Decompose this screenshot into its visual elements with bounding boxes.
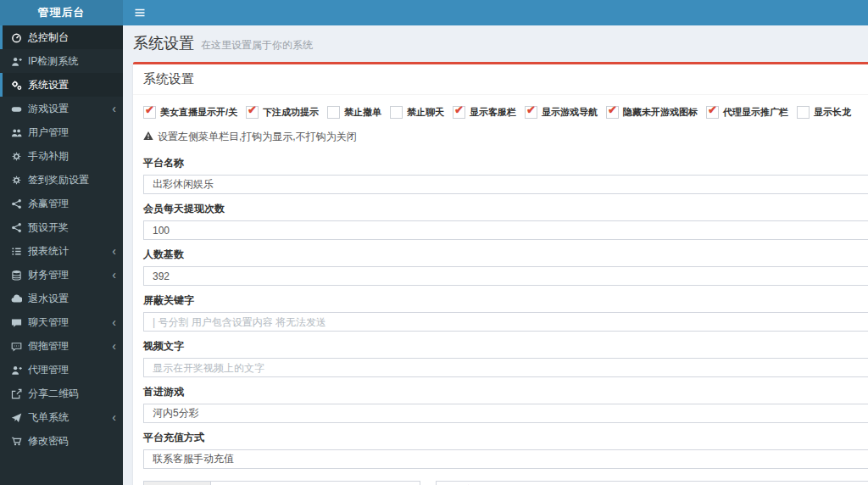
field-label: 平台名称	[143, 156, 868, 170]
toggle-label: 显示游戏导航	[542, 106, 598, 119]
sidebar-item[interactable]: 代理管理	[0, 358, 123, 382]
checkbox-checked[interactable]	[143, 106, 156, 119]
toggle-label: 显示客服栏	[470, 106, 516, 119]
chevron-left-icon: ‹	[112, 411, 116, 423]
database-icon	[10, 269, 22, 281]
toggle-option[interactable]: 下注成功提示	[246, 106, 319, 119]
sidebar-item[interactable]: 总控制台	[0, 25, 123, 49]
sidebar-item[interactable]: IP检测系统	[0, 49, 123, 73]
sidebar-item[interactable]: 财务管理‹	[0, 263, 123, 287]
form-group: 首进游戏	[143, 385, 868, 423]
toggle-label: 显示长龙	[814, 106, 851, 119]
sidebar-item-label: 系统设置	[28, 78, 69, 92]
sidebar-item[interactable]: 杀赢管理	[0, 192, 123, 215]
checkbox-checked[interactable]	[246, 106, 259, 119]
sidebar-item-label: 手动补期	[28, 149, 69, 164]
checkbox[interactable]	[390, 106, 403, 119]
form-group: 屏蔽关键字	[143, 293, 868, 332]
toggle-label: 禁止聊天	[407, 106, 444, 119]
toggle-option[interactable]: 显示客服栏	[453, 106, 516, 119]
main-area: 系统设置 在这里设置属于你的系统 系统设置 美女直播显示开/关下注成功提示禁止撤…	[123, 0, 868, 485]
sidebar-item-label: 假拖管理	[28, 339, 69, 354]
checkbox-checked[interactable]	[606, 106, 619, 119]
checkbox-checked[interactable]	[706, 106, 719, 119]
chevron-left-icon: ‹	[112, 269, 116, 281]
comment-icon	[10, 316, 22, 328]
toggle-option[interactable]: 禁止撤单	[327, 106, 381, 119]
form-group: 人数基数	[143, 248, 868, 286]
toggle-option[interactable]: 美女直播显示开/关	[143, 106, 237, 119]
settings-form: 平台名称会员每天提现次数人数基数屏蔽关键字视频文字首进游戏平台充值方式	[143, 156, 868, 469]
sidebar-item-label: 杀赢管理	[28, 197, 69, 211]
sidebar-toggle-button[interactable]	[123, 0, 157, 25]
cart-icon	[10, 435, 22, 447]
sidebar-item-label: 总控制台	[28, 31, 69, 45]
users-icon	[10, 126, 22, 138]
toggle-option[interactable]: 隐藏未开游戏图标	[606, 106, 698, 119]
user-plus-icon	[10, 364, 22, 376]
toggle-option[interactable]: 显示长龙	[797, 106, 851, 119]
sidebar-menu: 总控制台IP检测系统系统设置游戏设置‹用户管理手动补期签到奖励设置杀赢管理预设开…	[0, 25, 123, 453]
checkbox-checked[interactable]	[453, 106, 465, 119]
toggle-option[interactable]: 显示游戏导航	[525, 106, 598, 119]
message-addon-label: 消息1 设置	[143, 481, 210, 485]
settings-panel: 系统设置 美女直播显示开/关下注成功提示禁止撤单禁止聊天显示客服栏显示游戏导航隐…	[133, 62, 868, 485]
field-input[interactable]	[143, 449, 868, 469]
sidebar-item[interactable]: 游戏设置‹	[0, 97, 123, 120]
field-input[interactable]	[143, 404, 868, 423]
sidebar-item[interactable]: 签到奖励设置	[0, 168, 123, 192]
page-subtitle: 在这里设置属于你的系统	[201, 38, 313, 53]
toggle-label: 隐藏未开游戏图标	[623, 106, 698, 119]
checkbox[interactable]	[327, 106, 340, 119]
field-label: 会员每天提现次数	[143, 202, 868, 216]
toggle-label: 代理显示推广栏	[723, 106, 788, 119]
toggle-label: 美女直播显示开/关	[160, 106, 237, 119]
checkbox[interactable]	[797, 106, 810, 119]
form-group: 会员每天提现次数	[143, 202, 868, 240]
toggle-label: 禁止撤单	[344, 106, 381, 119]
sidebar-item[interactable]: 聊天管理‹	[0, 310, 123, 334]
message-number-input[interactable]	[210, 481, 420, 485]
share-square-icon	[10, 387, 22, 399]
content-area: 系统设置 在这里设置属于你的系统 系统设置 美女直播显示开/关下注成功提示禁止撤…	[123, 25, 868, 485]
chevron-left-icon: ‹	[112, 340, 116, 352]
sidebar-item[interactable]: 预设开奖	[0, 215, 123, 239]
field-input[interactable]	[143, 358, 868, 377]
sidebar-item[interactable]: 飞单系统‹	[0, 405, 123, 429]
paper-plane-icon	[10, 411, 22, 423]
field-input[interactable]	[143, 312, 868, 332]
field-input[interactable]	[143, 266, 868, 286]
form-group: 视频文字	[143, 339, 868, 377]
toggle-option[interactable]: 代理显示推广栏	[706, 106, 788, 119]
form-group: 平台充值方式	[143, 431, 868, 469]
sidebar-item-label: 预设开奖	[28, 220, 69, 235]
message-number-group: 消息1 设置	[143, 481, 420, 485]
sidebar-item[interactable]: 报表统计‹	[0, 239, 123, 263]
sidebar-item[interactable]: 假拖管理‹	[0, 334, 123, 358]
message-content-input[interactable]	[436, 481, 868, 485]
sidebar-item[interactable]: 分享二维码	[0, 382, 123, 405]
sidebar-item[interactable]: 修改密码	[0, 429, 123, 453]
page-title: 系统设置	[133, 33, 194, 53]
field-input[interactable]	[143, 175, 868, 194]
gamepad-icon	[10, 103, 22, 114]
sidebar-item[interactable]: 用户管理	[0, 120, 123, 144]
sidebar-item-label: 财务管理	[28, 268, 69, 282]
sidebar-item-label: 游戏设置	[28, 102, 69, 116]
sidebar-item-label: 代理管理	[28, 363, 69, 377]
user-plus-icon	[10, 55, 22, 67]
brand-title: 管理后台	[0, 0, 123, 25]
toggle-option[interactable]: 禁止聊天	[390, 106, 444, 119]
field-label: 人数基数	[143, 248, 868, 262]
share-nodes-icon	[10, 221, 22, 233]
sidebar-item[interactable]: 手动补期	[0, 144, 123, 168]
checkbox-checked[interactable]	[525, 106, 537, 119]
sidebar-item-label: 飞单系统	[28, 410, 69, 425]
share-nodes-icon	[10, 198, 22, 209]
toggle-row: 美女直播显示开/关下注成功提示禁止撤单禁止聊天显示客服栏显示游戏导航隐藏未开游戏…	[143, 106, 868, 119]
sidebar-item[interactable]: 系统设置	[0, 73, 123, 97]
gear-icon	[10, 150, 22, 162]
sidebar-item[interactable]: 退水设置	[0, 287, 123, 310]
field-input[interactable]	[143, 220, 868, 240]
hamburger-icon	[133, 6, 147, 20]
